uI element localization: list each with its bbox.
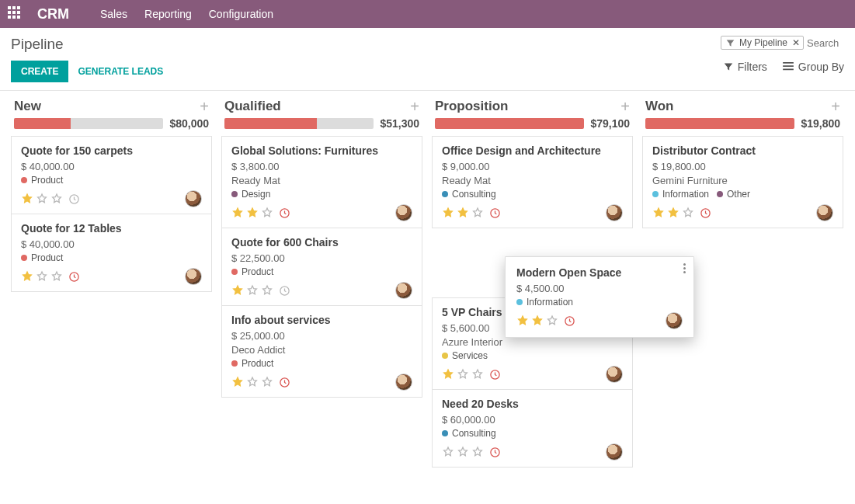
priority-stars [231,376,290,388]
nav-sales[interactable]: Sales [100,8,127,20]
tag-dot-icon [516,299,523,305]
kanban-card[interactable]: Quote for 12 Tables $ 40,000.00 Product [11,214,212,292]
star-icon[interactable] [652,207,665,219]
clock-icon[interactable] [489,369,501,381]
tag-dot-icon [21,177,27,183]
tag-label: Consulting [452,428,496,439]
avatar[interactable] [395,204,412,221]
clock-icon[interactable] [279,285,290,297]
star-icon[interactable] [457,207,469,219]
star-icon[interactable] [36,193,48,205]
clock-icon[interactable] [489,207,501,219]
star-icon[interactable] [442,368,454,381]
kanban-card[interactable]: Distributor Contract $ 19,800.00 Gemini … [642,136,843,228]
close-icon[interactable]: ✕ [792,37,800,48]
clock-icon[interactable] [68,193,80,205]
control-bar: Pipeline Create Generate Leads My Pipeli… [0,28,855,91]
clock-icon[interactable] [489,447,501,458]
tag-label: Other [727,189,750,200]
create-button[interactable]: Create [11,61,68,82]
kanban-card[interactable]: Quote for 150 carpets $ 40,000.00 Produc… [11,136,212,214]
star-icon[interactable] [457,446,469,458]
tag-label: Information [662,189,709,200]
star-icon[interactable] [246,207,259,219]
clock-icon[interactable] [700,207,711,219]
star-icon[interactable] [531,315,544,327]
star-icon[interactable] [261,284,273,297]
star-icon[interactable] [667,207,679,219]
avatar[interactable] [185,268,202,285]
kanban-card[interactable]: Global Solutions: Furnitures $ 3,800.00 … [221,136,422,228]
priority-stars [231,207,290,219]
kanban-card-dragging[interactable]: Modern Open Space $ 4,500.00 Information [505,256,694,338]
tag: Consulting [442,189,496,200]
tag: Product [231,358,273,369]
star-icon[interactable] [36,270,48,283]
card-tags: Product [21,175,202,186]
card-tags: Consulting [442,189,623,200]
kebab-icon[interactable] [683,263,686,273]
star-icon[interactable] [246,284,259,297]
star-icon[interactable] [50,270,63,283]
nav-configuration[interactable]: Configuration [209,8,273,20]
star-icon[interactable] [457,368,469,381]
star-icon[interactable] [546,315,558,327]
star-icon[interactable] [21,270,33,283]
add-card-button[interactable]: + [410,99,419,114]
filter-pill[interactable]: My Pipeline ✕ [721,36,804,50]
avatar[interactable] [666,312,683,329]
avatar[interactable] [606,366,623,383]
card-tags: Design [231,189,412,200]
priority-stars [442,207,501,219]
kanban-card[interactable]: Need 20 Desks $ 60,000.00 Consulting [432,389,633,468]
add-card-button[interactable]: + [620,99,630,114]
star-icon[interactable] [442,446,454,458]
kanban-card[interactable]: Info about services $ 25,000.00 Deco Add… [221,305,422,398]
groupby-button[interactable]: Group By [783,61,844,73]
card-tags: Product [231,358,412,369]
tag-label: Product [242,266,273,277]
star-icon[interactable] [50,193,63,205]
avatar[interactable] [606,443,623,461]
star-icon[interactable] [471,207,484,219]
avatar[interactable] [816,204,833,221]
funnel-icon [724,62,733,71]
app-brand: CRM [37,6,69,23]
star-icon[interactable] [231,376,244,388]
kanban-card[interactable]: Office Design and Architecture $ 9,000.0… [432,136,633,228]
star-icon[interactable] [231,207,244,219]
clock-icon[interactable] [279,377,290,388]
add-card-button[interactable]: + [200,99,209,114]
card-amount: $ 3,800.00 [231,161,412,172]
star-icon[interactable] [21,193,33,205]
star-icon[interactable] [261,376,273,388]
nav-reporting[interactable]: Reporting [144,8,192,20]
tag: Product [21,252,63,263]
tag-dot-icon [442,430,448,436]
apps-icon[interactable] [8,6,23,22]
avatar[interactable] [606,204,623,221]
card-amount: $ 25,000.00 [231,330,412,342]
star-icon[interactable] [261,207,273,219]
search-input[interactable] [807,37,844,49]
avatar[interactable] [185,190,202,207]
clock-icon[interactable] [564,315,575,327]
star-icon[interactable] [682,207,694,219]
star-icon[interactable] [231,284,244,297]
add-card-button[interactable]: + [831,99,840,114]
tag-dot-icon [442,353,448,359]
star-icon[interactable] [516,315,529,327]
star-icon[interactable] [471,446,484,458]
avatar[interactable] [395,282,412,299]
clock-icon[interactable] [279,207,290,219]
clock-icon[interactable] [68,271,80,283]
avatar[interactable] [395,374,412,391]
card-title: Quote for 12 Tables [21,222,202,235]
star-icon[interactable] [246,376,259,388]
card-subtitle: Ready Mat [442,175,623,186]
star-icon[interactable] [471,368,484,381]
kanban-card[interactable]: Quote for 600 Chairs $ 22,500.00 Product [221,228,422,306]
filters-button[interactable]: Filters [724,61,767,73]
generate-leads-button[interactable]: Generate Leads [78,66,163,77]
star-icon[interactable] [442,207,454,219]
